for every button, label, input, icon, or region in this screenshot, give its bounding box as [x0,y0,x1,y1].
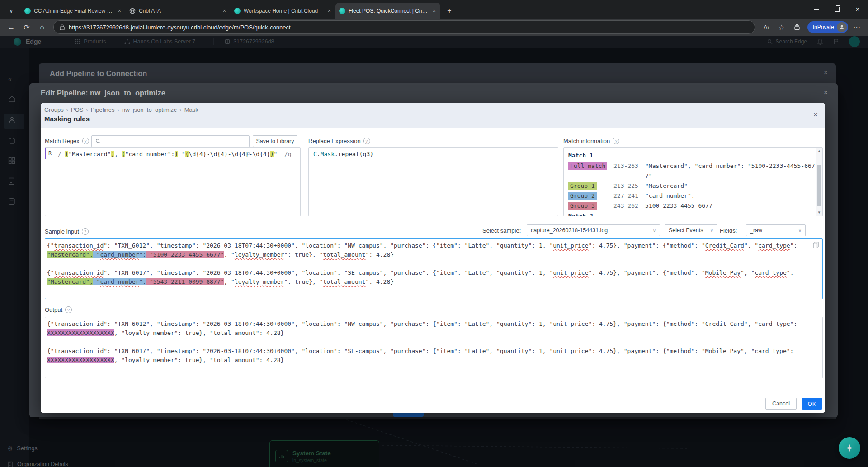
match-information-help-icon[interactable]: ? [613,138,619,144]
code-line: "Mastercard", "card_number": "5543-2211-… [47,277,821,286]
sample-input-label: Sample input? [45,228,89,235]
output-code: {"transaction_id": "TXN_6012", "timestam… [45,317,822,378]
tab-close-icon[interactable]: × [326,7,332,14]
inprivate-badge[interactable]: InPrivate [807,21,848,33]
reload-button[interactable]: ⟳ [20,20,33,34]
match-group-chip: Full match [568,162,607,170]
collections-glyph [794,24,800,30]
match-2-title: Match 2 [568,211,811,216]
output-help-icon[interactable]: ? [65,306,72,313]
regex-library-flag-icon[interactable]: ⚐ [245,151,250,157]
scroll-up-icon[interactable]: ▲ [816,149,822,153]
ok-button[interactable]: OK [802,398,822,410]
code-line [47,338,821,347]
tab-close-icon[interactable]: × [117,7,122,14]
regex-search-input[interactable] [91,135,250,147]
code-line: "Mastercard", "card_number": "5100-2233-… [47,250,821,259]
home-button[interactable]: ⌂ [35,20,49,34]
breadcrumb-item[interactable]: nw_json_to_optimize [122,106,177,113]
chevron-down-icon: ∨ [795,228,802,233]
breadcrumb-item[interactable]: POS [71,106,83,113]
dialog-title: Masking rules [44,115,90,123]
save-to-library-button[interactable]: Save to Library [253,135,297,147]
output-preview: {"transaction_id": "TXN_6012", "timestam… [45,317,823,378]
sample-input-help-icon[interactable]: ? [82,228,89,235]
browser-tab[interactable]: CC Admin-Edge Final Review Lab× [21,3,126,19]
browser-nav-bar: ← ⟳ ⌂ https://31726729926d8-jovial-lumie… [0,19,868,36]
dialog-close-icon[interactable]: × [813,110,818,119]
browser-tab[interactable]: Fleet POS: QuickConnect | Cribl Ed× [335,3,440,19]
browser-tab[interactable]: Cribl ATA× [126,3,231,19]
dialog-footer: Cancel OK [41,391,825,413]
code-line: XXXXXXXXXXXXXXXXXXX, "loyalty_member": t… [47,329,821,338]
cribl-icon [339,8,345,14]
collections-icon[interactable] [790,20,804,34]
code-line: XXXXXXXXXXXXXXXXXXX, "loyalty_member": t… [47,356,821,365]
new-tab-button[interactable]: + [443,5,456,17]
match-1-title: Match 1 [568,150,811,161]
select-sample-dropdown[interactable]: capture_20260318-154431.log∨ [527,224,660,236]
match-group-chip: Group 1 [568,182,597,190]
inprivate-label: InPrivate [813,24,834,30]
match-value: "Mastercard", "card_number": "5100-2233-… [645,161,815,181]
sample-input-code[interactable]: {"transaction_id": "TXN_6012", "timestam… [45,239,822,299]
scroll-down-icon[interactable]: ▼ [816,210,822,214]
browser-tabs: CC Admin-Edge Final Review Lab×Cribl ATA… [21,3,440,19]
sample-input-editor[interactable]: {"transaction_id": "TXN_6012", "timestam… [45,238,823,299]
match-range: 227-241 [613,191,645,201]
match-value: 5100-2233-4455-6677 [645,201,712,211]
copy-icon[interactable] [813,242,819,248]
match-regex-editor[interactable]: R / ("Mastercard"), ("card_number":) "(\… [45,147,301,216]
tab-title: Cribl ATA [139,8,218,14]
match-information-label: Match information? [563,138,619,144]
back-button[interactable]: ← [5,20,18,34]
breadcrumb-item[interactable]: Mask [184,106,198,113]
window-close-button[interactable]: × [847,0,868,19]
output-label: Output? [45,306,72,313]
window-restore-button[interactable] [826,0,847,19]
code-line [47,259,821,268]
tab-list-chevron-icon[interactable]: ∨ [4,3,19,19]
browser-menu-icon[interactable]: ⋯ [850,20,863,34]
breadcrumb-item[interactable]: Pipelines [91,106,115,113]
search-icon [95,138,101,144]
browser-tab-bar: ∨ CC Admin-Edge Final Review Lab×Cribl A… [0,0,868,19]
match-group-chip: Group 3 [568,202,597,210]
regex-expression[interactable]: / ("Mastercard"), ("card_number":) "(\d{… [58,151,292,157]
window-minimize-button[interactable] [806,0,826,19]
tab-close-icon[interactable]: × [431,7,437,14]
code-line: {"transaction_id": "TXN_6017", "timestam… [47,347,821,356]
match-info-scrollbar[interactable]: ▲ ▼ [816,148,822,216]
select-events-dropdown[interactable]: Select Events∨ [665,224,717,236]
code-line: {"transaction_id": "TXN_6012", "timestam… [47,319,821,329]
favorite-star-icon[interactable]: ☆ [775,20,788,34]
regex-row-gutter: R [45,148,54,159]
dialog-header: Groups›POS›Pipelines›nw_json_to_optimize… [41,103,825,128]
tab-title: CC Admin-Edge Final Review Lab [34,8,113,14]
match-info-row: Group 3243-2625100-2233-4455-6677 [568,201,811,211]
code-line: {"transaction_id": "TXN_6012", "timestam… [47,241,821,250]
match-regex-help-icon[interactable]: ? [82,138,89,144]
replace-expression-editor[interactable]: C.Mask.repeat(g3) [308,147,558,216]
sparkle-icon [845,443,854,453]
url-text: https://31726729926d8-jovial-lumiere-oys… [69,24,291,31]
code-line: {"transaction_id": "TXN_6017", "timestam… [47,268,821,277]
globe-icon [129,8,136,14]
window-controls: × [806,0,868,19]
tab-close-icon[interactable]: × [222,7,227,14]
restore-icon [835,7,840,12]
cribl-icon [234,8,241,14]
match-info-row: Group 2227-241"card_number": [568,191,811,201]
browser-tab[interactable]: Workspace Home | Cribl.Cloud× [231,3,335,19]
tab-title: Workspace Home | Cribl.Cloud [244,8,323,14]
copilot-chat-button[interactable] [839,437,860,459]
read-aloud-icon[interactable]: A) [760,20,773,34]
cancel-button[interactable]: Cancel [765,398,797,410]
replace-expression-help-icon[interactable]: ? [363,138,370,144]
breadcrumb-item[interactable]: Groups [44,106,64,113]
address-bar[interactable]: https://31726729926d8-jovial-lumiere-oys… [53,20,755,34]
scrollbar-thumb[interactable] [817,165,821,206]
replace-expression-code[interactable]: C.Mask.repeat(g3) [313,151,373,157]
tab-title: Fleet POS: QuickConnect | Cribl Ed [349,8,428,14]
fields-dropdown[interactable]: _raw∨ [746,224,806,236]
